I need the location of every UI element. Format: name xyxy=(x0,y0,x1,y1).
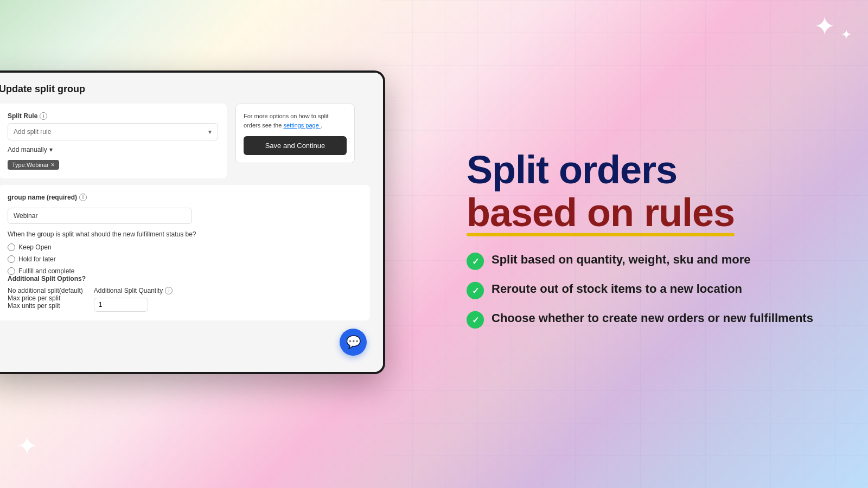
star-decoration-top-right: ✦ xyxy=(814,11,835,41)
fulfill-complete-option[interactable]: Fulfill and complete xyxy=(8,267,361,275)
split-rule-select-wrapper: Add split rule ▼ xyxy=(8,123,218,140)
hold-for-later-option[interactable]: Hold for later xyxy=(8,255,361,263)
feature-item-1: ✓ Split based on quantity, weight, sku a… xyxy=(467,252,835,270)
device-screen: Update split group Split Rule i Add spli… xyxy=(0,73,383,372)
hold-for-later-radio[interactable] xyxy=(8,255,15,263)
form-title: Update split group xyxy=(0,84,370,95)
headline-line-2: based on rules xyxy=(467,191,735,234)
group-section: group name (required) i When the group i… xyxy=(0,185,370,320)
form-panel: Update split group Split Rule i Add spli… xyxy=(0,73,383,372)
quantity-input[interactable] xyxy=(94,298,148,312)
feature-text-1: Split based on quantity, weight, sku and… xyxy=(492,252,751,268)
split-rule-section: Split Rule i Add split rule ▼ Add manual… xyxy=(0,104,227,178)
select-arrow-icon: ▼ xyxy=(207,129,213,135)
fulfill-complete-radio[interactable] xyxy=(8,267,15,275)
type-webinar-tag: Type:Webinar × xyxy=(8,160,59,170)
additional-split-quantity-col: Additional Split Quantity i xyxy=(94,287,173,312)
additional-options-header: Additional Split Options? xyxy=(8,275,361,282)
right-content-panel: Split orders based on rules ✓ Split base… xyxy=(467,149,835,339)
split-rule-label: Split Rule i xyxy=(8,112,218,120)
group-name-input[interactable] xyxy=(8,208,192,224)
additional-split-options-row: No additional split(default) Max price p… xyxy=(8,287,361,312)
tag-close-icon[interactable]: × xyxy=(51,162,55,168)
split-rule-select[interactable]: Add split rule xyxy=(8,123,218,140)
fulfillment-question: When the group is split what should the … xyxy=(8,230,361,238)
chat-bubble-button[interactable]: 💬 xyxy=(340,329,367,356)
check-icon-3: ✓ xyxy=(467,311,484,329)
tooltip-text: For more options on how to split orders … xyxy=(244,112,347,130)
split-rule-info-icon[interactable]: i xyxy=(40,112,47,120)
star-decoration-bottom-left: ✦ xyxy=(16,431,38,461)
tooltip-panel: For more options on how to split orders … xyxy=(235,104,355,163)
max-units-per-split-option: Max units per split xyxy=(8,302,83,310)
keep-open-radio[interactable] xyxy=(8,243,15,251)
device-mockup: Update split group Split Rule i Add spli… xyxy=(0,70,385,374)
check-icon-1: ✓ xyxy=(467,253,484,270)
max-price-per-split-option: Max price per split xyxy=(8,294,83,302)
chevron-down-icon: ▾ xyxy=(49,146,53,153)
group-name-info-icon[interactable]: i xyxy=(79,194,87,201)
feature-item-2: ✓ Reroute out of stock items to a new lo… xyxy=(467,281,835,299)
fulfillment-status-options: Keep Open Hold for later Fulfill and com… xyxy=(8,243,361,275)
additional-split-quantity-label: Additional Split Quantity i xyxy=(94,287,173,294)
feature-text-3: Choose whether to create new orders or n… xyxy=(492,310,813,327)
check-icon-2: ✓ xyxy=(467,282,484,299)
settings-page-link[interactable]: settings page xyxy=(283,122,321,129)
group-name-label: group name (required) i xyxy=(8,194,361,201)
save-and-continue-button[interactable]: Save and Continue xyxy=(244,136,347,155)
headline-line-1: Split orders xyxy=(467,149,835,191)
keep-open-option[interactable]: Keep Open xyxy=(8,243,361,251)
split-options-left: No additional split(default) Max price p… xyxy=(8,287,83,310)
feature-text-2: Reroute out of stock items to a new loca… xyxy=(492,281,742,298)
star-decoration-top-right-small: ✦ xyxy=(841,27,852,42)
quantity-info-icon[interactable]: i xyxy=(165,287,173,294)
chat-icon: 💬 xyxy=(346,335,361,349)
feature-list: ✓ Split based on quantity, weight, sku a… xyxy=(467,252,835,329)
add-manually-button[interactable]: Add manually ▾ xyxy=(8,146,53,153)
headline-block: Split orders based on rules xyxy=(467,149,835,234)
feature-item-3: ✓ Choose whether to create new orders or… xyxy=(467,310,835,329)
no-additional-split-option: No additional split(default) xyxy=(8,287,83,294)
